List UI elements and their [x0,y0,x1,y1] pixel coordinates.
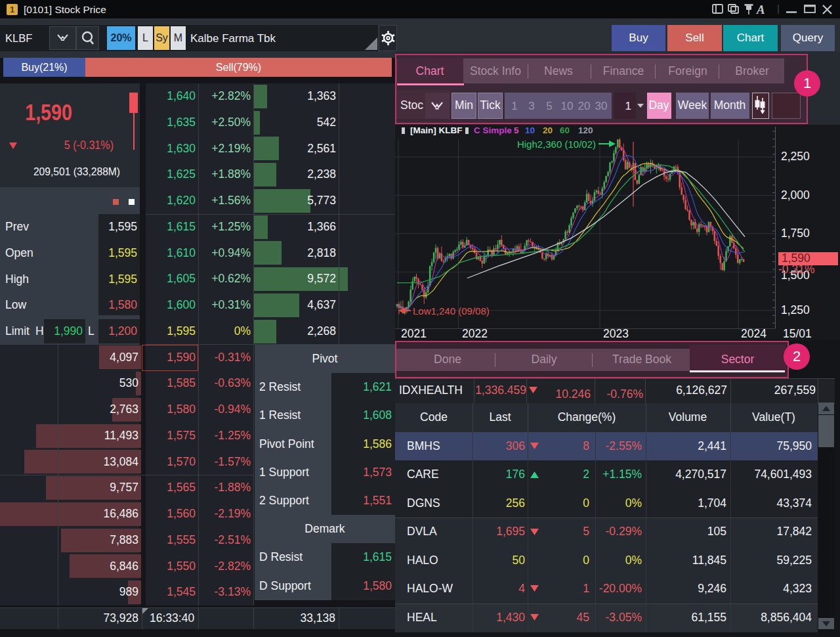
svg-text:A: A [756,3,765,16]
